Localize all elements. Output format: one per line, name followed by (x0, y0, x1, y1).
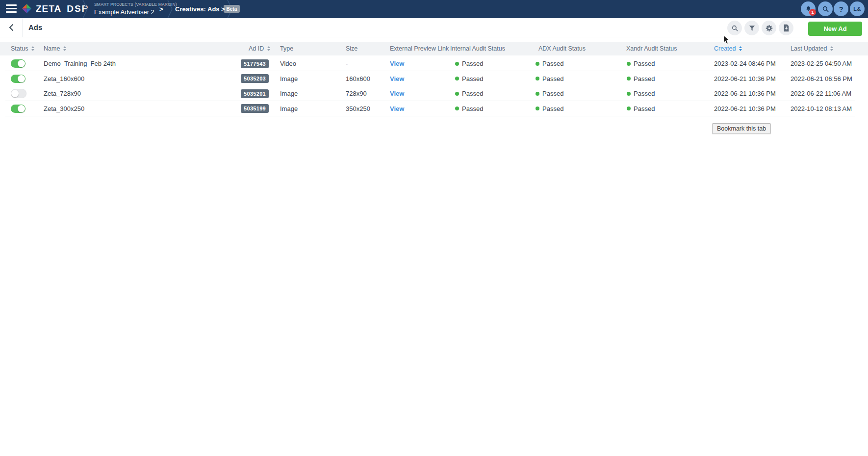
search-icon (731, 25, 739, 32)
global-search-button[interactable] (818, 1, 833, 16)
ad-type: Video (280, 56, 296, 71)
last-updated-timestamp: 2022-06-22 11:06 AM (791, 86, 851, 101)
settings-button[interactable] (762, 21, 776, 35)
status-cell (11, 56, 26, 71)
new-ad-button[interactable]: New Ad (808, 22, 862, 36)
external-preview-cell: View (390, 71, 404, 86)
ad-name[interactable]: Zeta_728x90 (44, 86, 81, 101)
table-row[interactable]: Zeta_300x250 5035199 Image 350x250 View … (0, 101, 868, 116)
status-dot-icon (455, 92, 459, 96)
status-dot-icon (627, 92, 631, 96)
filter-button[interactable] (744, 21, 759, 35)
view-link[interactable]: View (390, 75, 404, 82)
column-header-created[interactable]: Created (714, 42, 742, 55)
xandr-audit-cell: Passed (627, 101, 655, 116)
ad-id-badge: 5035199 (241, 104, 269, 113)
ad-id-cell: 5035199 (220, 101, 269, 116)
last-updated-timestamp: 2022-10-12 08:13 AM (791, 101, 852, 116)
created-timestamp: 2022-06-21 10:36 PM (714, 101, 776, 116)
column-header-external-preview-link: External Preview Link (390, 42, 449, 55)
back-button[interactable] (5, 21, 19, 34)
status-dot-icon (455, 77, 459, 80)
notification-count-badge: 1 (809, 9, 816, 16)
hamburger-menu-icon[interactable] (6, 4, 17, 13)
row-divider (5, 116, 855, 116)
page-title: Ads (28, 23, 42, 31)
created-timestamp: 2023-02-24 08:46 PM (714, 56, 776, 71)
ad-size: 160x600 (346, 71, 370, 86)
column-header-name[interactable]: Name (44, 42, 66, 55)
ad-id-badge: 5035201 (241, 89, 269, 98)
question-mark-icon: ? (839, 5, 843, 13)
external-preview-cell: View (390, 86, 404, 101)
adx-audit-cell: Passed (536, 56, 563, 71)
browser-tooltip: Bookmark this tab (712, 123, 771, 134)
avatar-initials: L& (853, 6, 861, 12)
internal-audit-cell: Passed (455, 101, 483, 116)
status-toggle[interactable] (11, 105, 26, 113)
status-toggle[interactable] (11, 75, 26, 83)
view-link[interactable]: View (390, 60, 404, 67)
column-header-xandr-audit-status: Xandr Audit Status (626, 42, 677, 55)
table-row[interactable]: Demo_Training_Feb 24th 5177543 Video - V… (0, 56, 868, 71)
xandr-audit-cell: Passed (627, 56, 655, 71)
internal-audit-cell: Passed (455, 71, 483, 86)
filter-funnel-icon (748, 25, 756, 32)
status-toggle[interactable] (11, 89, 26, 98)
adx-audit-cell: Passed (536, 101, 563, 116)
help-button[interactable]: ? (834, 1, 848, 16)
external-preview-cell: View (390, 56, 404, 71)
internal-audit-cell: Passed (455, 56, 483, 71)
breadcrumb-project-label: SMART PROJECTS (VARIABLE MARGIN) (94, 2, 177, 7)
table-search-button[interactable] (727, 21, 742, 35)
column-header-last-updated[interactable]: Last Updated (791, 42, 833, 55)
sort-arrows-icon (63, 46, 66, 51)
xandr-audit-cell: Passed (627, 86, 655, 101)
breadcrumb-advertiser[interactable]: SMART PROJECTS (VARIABLE MARGIN) Example… (94, 2, 177, 15)
breadcrumb-divider-icon (82, 0, 88, 18)
status-dot-icon (536, 77, 539, 80)
last-updated-timestamp: 2023-02-25 04:50 AM (791, 56, 852, 71)
ad-name[interactable]: Zeta_160x600 (44, 71, 84, 86)
status-toggle[interactable] (11, 59, 26, 68)
status-dot-icon (627, 77, 631, 80)
ad-id-cell: 5035203 (220, 71, 269, 86)
chevron-right-icon[interactable]: > (221, 5, 225, 13)
column-header-adx-audit-status: ADX Audit Status (538, 42, 586, 55)
file-download-icon (783, 24, 790, 32)
view-link[interactable]: View (390, 90, 404, 97)
table-row[interactable]: Zeta_728x90 5035201 Image 728x90 View Pa… (0, 86, 868, 101)
beta-badge: Beta (224, 5, 240, 13)
brand-zeta-text: ZETA (36, 3, 61, 14)
status-dot-icon (536, 62, 539, 66)
created-timestamp: 2022-06-21 10:36 PM (714, 86, 776, 101)
search-icon (822, 5, 829, 13)
export-report-button[interactable] (779, 21, 793, 35)
status-dot-icon (455, 107, 459, 110)
adx-audit-cell: Passed (536, 86, 563, 101)
top-navigation-bar: ZETA DSP SMART PROJECTS (VARIABLE MARGIN… (0, 0, 868, 18)
sort-arrows-icon (31, 46, 34, 51)
chevron-right-icon[interactable]: > (159, 5, 163, 13)
brand-logo[interactable]: ZETA DSP (21, 3, 89, 14)
last-updated-timestamp: 2022-06-21 06:56 PM (791, 71, 852, 86)
ad-id-badge: 5035203 (241, 74, 269, 83)
table-header-row: Status Name Ad ID Type Size External Pre… (0, 42, 868, 55)
status-dot-icon (627, 107, 631, 110)
table-row[interactable]: Zeta_160x600 5035203 Image 160x600 View … (0, 71, 868, 86)
ad-id-cell: 5177543 (220, 56, 269, 71)
created-timestamp: 2022-06-21 10:36 PM (714, 71, 776, 86)
column-header-status[interactable]: Status (11, 42, 34, 55)
column-header-type: Type (280, 42, 293, 55)
status-dot-icon (536, 92, 539, 96)
user-avatar[interactable]: L& (850, 1, 865, 16)
view-link[interactable]: View (390, 105, 404, 112)
ad-name[interactable]: Demo_Training_Feb 24th (44, 56, 116, 71)
chevron-left-icon (6, 22, 17, 33)
breadcrumb-creatives[interactable]: Creatives: Ads Beta (175, 5, 240, 13)
gear-icon (765, 24, 773, 32)
ad-size: 728x90 (346, 86, 367, 101)
ad-name[interactable]: Zeta_300x250 (44, 101, 84, 116)
ad-type: Image (280, 86, 298, 101)
column-header-ad-id[interactable]: Ad ID (249, 42, 270, 55)
